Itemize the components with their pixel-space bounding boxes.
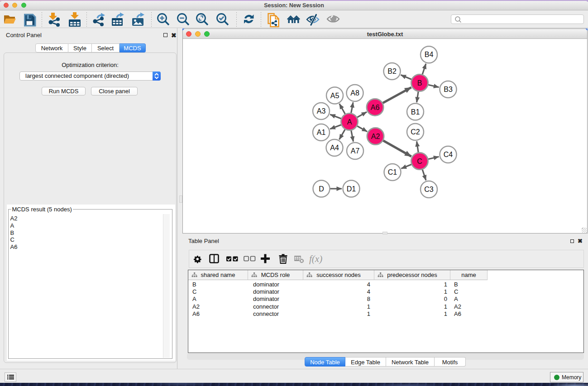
svg-text:D: D (319, 185, 324, 193)
svg-text:B1: B1 (411, 108, 420, 116)
svg-text:B3: B3 (444, 86, 453, 93)
svg-text:A3: A3 (317, 107, 326, 115)
svg-text:A1: A1 (317, 129, 326, 136)
svg-text:B: B (417, 79, 422, 87)
svg-text:B2: B2 (387, 67, 397, 75)
svg-text:A2: A2 (371, 133, 380, 140)
svg-text:A: A (347, 118, 352, 126)
svg-text:A5: A5 (330, 92, 339, 100)
svg-text:A6: A6 (371, 104, 380, 111)
svg-text:A8: A8 (350, 89, 359, 97)
svg-text:A7: A7 (351, 147, 360, 155)
svg-text:C1: C1 (388, 168, 397, 176)
svg-text:A4: A4 (330, 144, 339, 152)
svg-text:B4: B4 (425, 51, 434, 58)
svg-text:C2: C2 (411, 128, 420, 136)
svg-text:C4: C4 (444, 151, 453, 158)
svg-text:D1: D1 (347, 185, 356, 193)
svg-text:C: C (417, 157, 422, 165)
svg-text:C3: C3 (424, 186, 434, 193)
